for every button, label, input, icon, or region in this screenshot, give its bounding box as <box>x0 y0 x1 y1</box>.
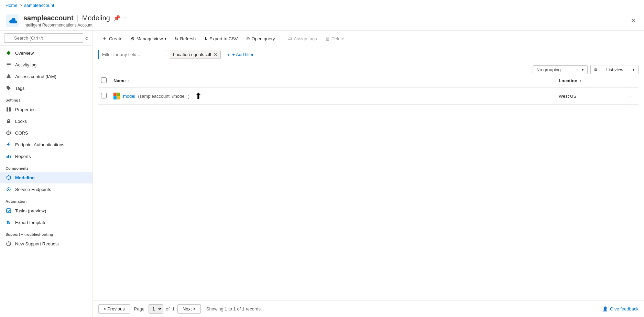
search-input[interactable] <box>4 33 83 43</box>
more-options-icon[interactable]: ··· <box>123 15 128 21</box>
page-select[interactable]: 1 <box>149 304 163 314</box>
sidebar-item-access-control[interactable]: Access control (IAM) <box>0 71 92 82</box>
previous-button[interactable]: < Previous <box>98 304 130 314</box>
chevron-down-icon: ▾ <box>633 67 635 72</box>
breadcrumb-separator: > <box>20 3 22 8</box>
view-controls: No grouping ▾ ≡ List view ▾ <box>93 62 644 74</box>
svg-rect-10 <box>8 155 9 158</box>
close-button[interactable]: ✕ <box>628 15 638 26</box>
sidebar-item-label: Export template <box>15 220 46 225</box>
sidebar-item-label: Service Endpoints <box>15 187 51 192</box>
list-view-dropdown[interactable]: ≡ List view ▾ <box>590 65 638 74</box>
table-row: model (sampleaccount /model ) ⬆ West US … <box>98 88 638 105</box>
service-endpoints-icon <box>6 186 12 192</box>
sidebar-item-tasks[interactable]: Tasks (preview) <box>0 205 92 216</box>
sidebar-item-label: Properties <box>15 107 35 112</box>
svg-rect-3 <box>7 66 9 66</box>
sidebar-item-cors[interactable]: CORS <box>0 127 92 139</box>
activity-log-icon <box>6 62 12 68</box>
of-total-label: of 1 <box>166 306 175 311</box>
sidebar-item-endpoint-auth[interactable]: Endpoint Authentications <box>0 139 92 150</box>
sidebar-item-label: New Support Request <box>15 241 59 246</box>
assign-tags-button[interactable]: 🏷 Assign tags <box>284 34 320 43</box>
svg-text:?: ? <box>8 241 11 246</box>
resource-name-link[interactable]: model <box>123 94 135 99</box>
svg-point-13 <box>8 189 9 190</box>
support-section-label: Support + troubleshooting <box>0 228 92 238</box>
ms-squares-icon <box>113 93 120 99</box>
data-table: Name ↕ Location ↕ <box>98 74 638 105</box>
tag-icon: 🏷 <box>287 36 292 41</box>
breadcrumb: Home > sampleaccount <box>0 0 644 11</box>
sidebar-item-label: Overview <box>15 51 34 56</box>
sidebar-item-label: Activity log <box>15 62 36 67</box>
reports-icon <box>6 153 12 159</box>
sidebar-item-properties[interactable]: Properties <box>0 104 92 115</box>
sidebar-item-label: Modeling <box>15 175 35 180</box>
page-title: Modeling <box>82 14 110 22</box>
breadcrumb-home[interactable]: Home <box>6 3 18 8</box>
create-button[interactable]: ＋ Create <box>98 33 126 44</box>
sidebar-item-reports[interactable]: Reports <box>0 150 92 162</box>
filter-input[interactable] <box>98 50 167 59</box>
delete-button[interactable]: 🗑 Delete <box>322 34 348 43</box>
sidebar-item-new-support[interactable]: ? New Support Request <box>0 238 92 250</box>
manage-view-icon: ⚙ <box>131 36 135 41</box>
select-all-checkbox[interactable] <box>101 77 107 83</box>
sidebar-item-label: CORS <box>15 130 28 136</box>
sidebar-item-activity-log[interactable]: Activity log <box>0 59 92 71</box>
sidebar-item-label: Reports <box>15 154 31 159</box>
settings-section-label: Settings <box>0 94 92 104</box>
table-header-location[interactable]: Location ↕ <box>556 74 625 88</box>
breadcrumb-account[interactable]: sampleaccount <box>24 3 54 8</box>
account-icon <box>6 14 19 28</box>
open-query-button[interactable]: ⊛ Open query <box>243 34 279 43</box>
pin-icon[interactable]: 📌 <box>113 15 120 21</box>
resource-path: (sampleaccount /model ) <box>138 94 189 99</box>
header-subtitle: Intelligent Recommendations Account <box>23 23 128 28</box>
filter-tag-label: Location equals <box>173 52 204 57</box>
sidebar-item-modeling[interactable]: Modeling <box>0 172 92 183</box>
add-filter-button[interactable]: ＋ + Add filter <box>223 50 256 59</box>
sidebar-item-label: Tags <box>15 86 24 91</box>
page-label: Page <box>134 306 144 311</box>
overview-icon <box>6 50 12 56</box>
page-header: sampleaccount | Modeling 📌 ··· Intellige… <box>0 11 644 31</box>
filter-tag-close-icon[interactable]: ✕ <box>214 52 218 57</box>
row-more-button[interactable]: ··· <box>627 93 632 99</box>
content-area: ＋ Create ⚙ Manage view ▾ ↻ Refresh ⬇ Exp… <box>93 31 644 317</box>
sidebar-item-tags[interactable]: Tags <box>0 82 92 94</box>
svg-rect-6 <box>9 107 11 112</box>
add-filter-icon: ＋ <box>226 52 231 58</box>
sidebar-item-service-endpoints[interactable]: Service Endpoints <box>0 183 92 195</box>
automation-section-label: Automation <box>0 195 92 205</box>
collapse-icon[interactable]: « <box>85 35 88 41</box>
refresh-button[interactable]: ↻ Refresh <box>171 34 199 43</box>
records-info: Showing 1 to 1 of 1 records. <box>206 306 262 311</box>
components-section-label: Components <box>0 162 92 172</box>
footer: < Previous Page 1 of 1 Next > Showing 1 … <box>93 300 644 317</box>
svg-rect-1 <box>7 63 11 64</box>
header-title-block: sampleaccount | Modeling 📌 ··· Intellige… <box>23 14 128 28</box>
row-checkbox-cell <box>98 88 111 105</box>
sidebar-item-locks[interactable]: Locks <box>0 115 92 127</box>
grouping-dropdown[interactable]: No grouping ▾ <box>533 65 588 74</box>
endpoint-auth-icon <box>6 141 12 148</box>
sidebar-item-export-template[interactable]: Export template <box>0 216 92 228</box>
table-header-name[interactable]: Name ↕ <box>111 74 556 88</box>
export-csv-button[interactable]: ⬇ Export to CSV <box>200 34 241 43</box>
next-button[interactable]: Next > <box>177 304 201 314</box>
account-name: sampleaccount <box>23 14 74 22</box>
manage-view-button[interactable]: ⚙ Manage view ▾ <box>127 34 170 43</box>
delete-icon: 🗑 <box>325 36 330 41</box>
export-icon: ⬇ <box>204 36 208 41</box>
row-checkbox[interactable] <box>101 93 107 98</box>
svg-rect-2 <box>7 64 11 65</box>
give-feedback-button[interactable]: 👤 Give feedback <box>602 306 638 311</box>
chevron-down-icon: ▾ <box>165 37 166 41</box>
toolbar: ＋ Create ⚙ Manage view ▾ ↻ Refresh ⬇ Exp… <box>93 31 644 47</box>
modeling-icon <box>6 175 12 181</box>
sidebar-item-label: Locks <box>15 119 27 124</box>
sidebar-item-overview[interactable]: Overview <box>0 47 92 59</box>
sidebar-item-label: Access control (IAM) <box>15 74 56 79</box>
